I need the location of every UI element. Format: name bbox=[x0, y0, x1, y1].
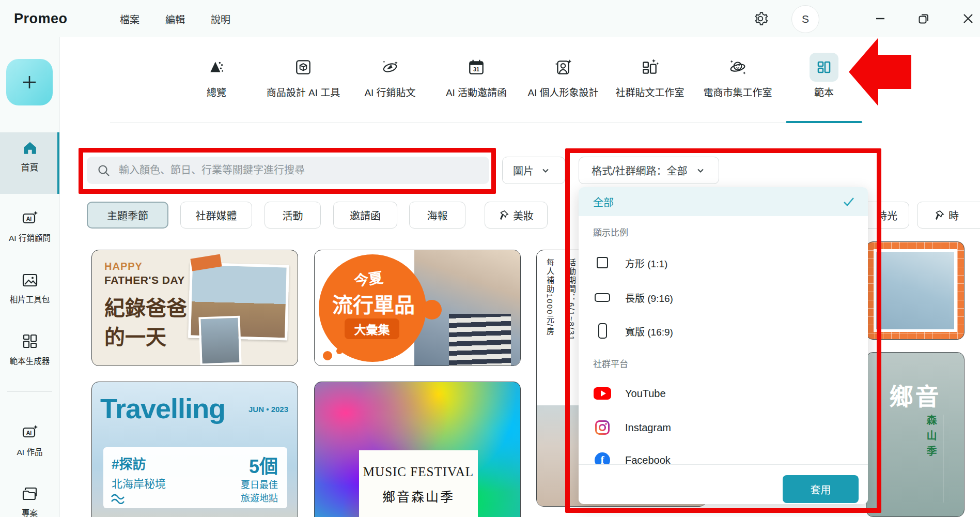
tab-ecommerce-studio[interactable]: 電商市集工作室 bbox=[689, 52, 787, 99]
menu-help[interactable]: 說明 bbox=[211, 12, 230, 26]
filter-option-all[interactable]: 全部 bbox=[579, 187, 868, 216]
active-tab-underline bbox=[786, 121, 862, 123]
settings-button[interactable] bbox=[749, 7, 772, 30]
chip-label: 活動 bbox=[283, 208, 303, 223]
card-photo-placeholder bbox=[874, 249, 957, 332]
option-label: YouTube bbox=[625, 388, 666, 400]
tab-ai-event-invitation[interactable]: 31 AI 活動邀請函 bbox=[427, 52, 525, 99]
card-text: 今夏 bbox=[352, 266, 384, 290]
portrait-ratio-icon bbox=[593, 323, 612, 339]
card-badge: 大彙集 bbox=[345, 318, 399, 339]
square-ratio-icon bbox=[593, 257, 612, 268]
tab-label: 社群貼文工作室 bbox=[601, 85, 699, 99]
card-orange-dot bbox=[422, 300, 442, 320]
format-network-label: 格式/社群網路：全部 bbox=[592, 163, 688, 178]
filter-option-portrait[interactable]: 長版 (9:16) bbox=[593, 286, 673, 309]
tab-product-design-ai-tools[interactable]: 商品設計 AI 工具 bbox=[254, 52, 352, 99]
template-card-fathers-day[interactable]: HAPPY FATHER'S DAY 紀錄爸爸 的一天 bbox=[91, 250, 298, 366]
product-design-icon bbox=[294, 58, 313, 77]
media-type-dropdown[interactable]: 圖片 bbox=[502, 157, 565, 184]
sidebar-item-projects[interactable]: 專案 bbox=[0, 486, 59, 517]
card-title: 鄉音 bbox=[866, 377, 964, 412]
filter-option-youtube[interactable]: YouTube bbox=[593, 382, 666, 405]
card-subtitle: 北海岸秘境 bbox=[112, 475, 166, 491]
template-search-box[interactable] bbox=[87, 157, 489, 184]
option-label: 寬版 (16:9) bbox=[625, 324, 673, 338]
format-network-dropdown[interactable]: 格式/社群網路：全部 bbox=[579, 157, 719, 184]
card-photo-placeholder bbox=[198, 316, 241, 366]
filter-option-instagram[interactable]: Instagram bbox=[593, 416, 671, 439]
card-text: HAPPY bbox=[104, 261, 143, 272]
sidebar-divider bbox=[7, 391, 52, 392]
chevron-down-icon bbox=[696, 166, 705, 175]
menu-file[interactable]: 檔案 bbox=[120, 12, 139, 26]
chip-theme-season[interactable]: 主題季節 bbox=[87, 202, 168, 229]
ratio-section-label: 顯示比例 bbox=[593, 225, 628, 238]
card-title: Travelling bbox=[100, 392, 225, 424]
sidebar-item-label: AI 作品 bbox=[0, 446, 59, 457]
chip-label: 邀請函 bbox=[350, 208, 381, 223]
card-title: MUSIC FESTIVAL bbox=[359, 465, 478, 479]
menu-bar: 檔案 編輯 說明 bbox=[120, 0, 230, 37]
card-line: 夏日最佳 bbox=[241, 477, 278, 491]
filter-option-square[interactable]: 方形 (1:1) bbox=[593, 251, 667, 274]
promeo-app-window: { "window": { "title": "Promeo", "menu":… bbox=[0, 0, 980, 517]
chip-social-media[interactable]: 社群媒體 bbox=[180, 202, 252, 229]
chip-events[interactable]: 活動 bbox=[265, 202, 321, 229]
sidebar-item-label: 專案 bbox=[0, 507, 59, 517]
avatar-initial: S bbox=[802, 13, 809, 25]
card-text-box: MUSIC FESTIVAL 鄉音森山季 bbox=[359, 450, 478, 517]
window-close-button[interactable] bbox=[957, 7, 979, 30]
card-vertical-text: 每人補助1000元/房 bbox=[545, 258, 555, 403]
persona-icon bbox=[554, 58, 572, 77]
tab-overview[interactable]: 總覽 bbox=[167, 52, 266, 99]
menu-edit[interactable]: 編輯 bbox=[165, 12, 185, 26]
platform-section-label: 社群平台 bbox=[593, 357, 628, 370]
panel-footer: 套用 bbox=[579, 464, 868, 504]
template-card-music-festival[interactable]: MUSIC FESTIVAL 鄉音森山季 bbox=[314, 382, 521, 517]
template-card-xiangyin[interactable]: 鄉音 森山季 bbox=[866, 352, 965, 517]
social-studio-icon bbox=[641, 58, 659, 77]
svg-text:AI: AI bbox=[26, 430, 32, 436]
tab-label: 電商市集工作室 bbox=[689, 85, 787, 99]
sidebar-item-ai-marketing-advisor[interactable]: AI AI 行銷顧問 bbox=[0, 210, 59, 243]
gear-icon bbox=[753, 11, 768, 26]
chip-partial-pinned[interactable]: 時 bbox=[917, 202, 980, 229]
chip-label: 時光 bbox=[877, 208, 897, 223]
option-label: Instagram bbox=[625, 422, 671, 434]
chip-poster[interactable]: 海報 bbox=[409, 202, 465, 229]
sidebar-item-photo-toolkit[interactable]: 相片工具包 bbox=[0, 272, 59, 305]
apply-button[interactable]: 套用 bbox=[783, 475, 859, 503]
top-bar: Promeo 檔案 編輯 說明 S bbox=[0, 0, 980, 37]
template-card-summer-trends[interactable]: 今夏 流行單品 大彙集 bbox=[314, 250, 521, 366]
search-input[interactable] bbox=[118, 164, 456, 177]
card-line: 旅遊地點 bbox=[241, 491, 278, 504]
chip-beauty[interactable]: 美妝 bbox=[485, 202, 548, 229]
chip-label: 主題季節 bbox=[107, 208, 148, 223]
tab-social-post-studio[interactable]: 社群貼文工作室 bbox=[601, 52, 699, 99]
filter-option-widescreen[interactable]: 寬版 (16:9) bbox=[593, 320, 673, 342]
pin-icon bbox=[934, 210, 944, 220]
chip-invitation[interactable]: 邀請函 bbox=[333, 202, 397, 229]
new-project-button[interactable] bbox=[6, 59, 53, 105]
template-card-travelling[interactable]: Travelling JUN • 2023 #探訪 北海岸秘境 5個 夏日最佳 … bbox=[91, 382, 298, 517]
sidebar-item-home[interactable]: 首頁 bbox=[0, 141, 59, 173]
tab-ai-persona-design[interactable]: AI 個人形象設計 bbox=[514, 52, 612, 99]
window-minimize-button[interactable] bbox=[869, 7, 892, 30]
check-icon bbox=[842, 195, 855, 208]
card-orange-dot bbox=[336, 348, 343, 354]
sidebar-item-label: 首頁 bbox=[0, 160, 59, 173]
template-grid-icon bbox=[22, 333, 38, 349]
tab-label: 商品設計 AI 工具 bbox=[254, 85, 352, 99]
tab-ai-marketing-post[interactable]: AI 行銷貼文 bbox=[341, 52, 439, 99]
tab-templates[interactable]: 範本 bbox=[775, 52, 873, 99]
option-label: 長版 (9:16) bbox=[625, 291, 673, 305]
format-filter-panel: 全部 顯示比例 方形 (1:1) 長版 (9:16) 寬版 (16:9) 社群平… bbox=[579, 187, 868, 504]
sidebar-item-template-generator[interactable]: 範本生成器 bbox=[0, 333, 59, 366]
user-avatar[interactable]: S bbox=[791, 5, 819, 33]
tab-label: AI 行銷貼文 bbox=[341, 85, 439, 99]
overview-icon bbox=[207, 58, 226, 77]
template-card-orange-photo[interactable] bbox=[866, 241, 965, 340]
sidebar-item-ai-works[interactable]: AI AI 作品 bbox=[0, 424, 59, 457]
window-restore-button[interactable] bbox=[912, 7, 935, 30]
